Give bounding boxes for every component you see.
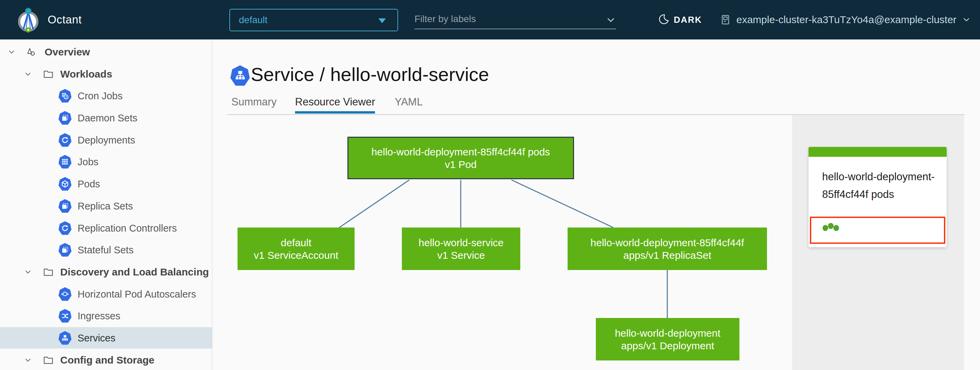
sidebar-item-label: Ingresses (78, 310, 121, 321)
service-resource-icon (231, 65, 250, 86)
cluster-context-menu[interactable]: example-cluster-ka3TuTzYo4a@example-clus… (719, 0, 970, 40)
chevron-down-icon[interactable] (24, 71, 31, 78)
node-name: hello-world-deployment (615, 327, 721, 340)
node-kind: v1 ServiceAccount (254, 249, 338, 262)
pod-status-dot[interactable] (822, 225, 828, 231)
tab-resource-viewer[interactable]: Resource Viewer (295, 96, 375, 114)
sidebar-item-services[interactable]: Services (0, 327, 212, 349)
stateful-sets-icon (59, 243, 72, 257)
sidebar-item-label: Pods (78, 178, 100, 189)
hpa-icon (59, 287, 72, 301)
ingresses-icon (59, 309, 72, 323)
node-name: hello-world-service (418, 237, 504, 249)
card-status-bar (808, 147, 947, 157)
node-name: hello-world-deployment-85ff4cf44f pods (372, 146, 550, 158)
tab-summary[interactable]: Summary (231, 96, 277, 111)
node-kind: v1 Service (437, 249, 485, 262)
tab-yaml[interactable]: YAML (395, 96, 423, 111)
replication-controllers-icon (59, 221, 72, 235)
octant-logo-icon (16, 7, 41, 33)
pod-status-dot[interactable] (828, 223, 834, 229)
sidebar-item-label: Discovery and Load Balancing (60, 266, 209, 278)
pods-icon (59, 177, 72, 191)
graph-node-serviceaccount[interactable]: default v1 ServiceAccount (237, 227, 355, 270)
pod-status-highlight-box (810, 217, 945, 244)
daemon-sets-icon (59, 111, 72, 125)
context-chevron-down-icon (963, 16, 970, 24)
folder-icon (43, 267, 53, 277)
sidebar-item-horizontal-pod-autoscalers[interactable]: Horizontal Pod Autoscalers (0, 283, 212, 305)
pod-status-dot[interactable] (833, 225, 839, 231)
sidebar-item-replica-sets[interactable]: Replica Sets (0, 195, 212, 217)
graph-node-service[interactable]: hello-world-service v1 Service (402, 227, 520, 270)
graph-node-deployment[interactable]: hello-world-deployment apps/v1 Deploymen… (596, 318, 740, 360)
folder-icon (43, 69, 53, 79)
graph-node-replicaset[interactable]: hello-world-deployment-85ff4cf44f apps/v… (568, 227, 767, 270)
sidebar-item-label: Horizontal Pod Autoscalers (78, 288, 196, 300)
cluster-icon (719, 14, 732, 26)
chevron-down-icon[interactable] (8, 49, 15, 56)
sidebar-item-deployments[interactable]: Deployments (0, 129, 212, 151)
page-title: Service / hello-world-service (251, 63, 489, 85)
sidebar-item-label: Replica Sets (78, 200, 133, 211)
node-kind: apps/v1 ReplicaSet (624, 249, 711, 262)
sidebar-item-label: Cron Jobs (78, 90, 123, 102)
sidebar-item-stateful-sets[interactable]: Stateful Sets (0, 239, 212, 260)
sidebar-item-workloads[interactable]: Workloads (0, 63, 212, 85)
node-kind: apps/v1 Deployment (621, 340, 714, 352)
replica-sets-icon (59, 199, 72, 213)
dark-theme-toggle[interactable]: DARK (657, 0, 702, 40)
moon-icon (657, 14, 670, 26)
chevron-down-icon[interactable] (24, 268, 31, 275)
detail-panel: hello-world-deployment-85ff4cf44f pods (792, 115, 964, 370)
sidebar-item-label: Deployments (78, 134, 135, 146)
app-header: Octant default DARK example-cluster-ka3T… (0, 0, 980, 40)
sidebar-item-pods[interactable]: Pods (0, 173, 212, 195)
sidebar-nav: Overview Workloads Cron Jobs Daemon Sets… (0, 40, 212, 370)
deployments-icon (59, 133, 72, 147)
sidebar-item-label: Workloads (60, 68, 112, 80)
applications-icon (26, 47, 36, 57)
sidebar-item-overview[interactable]: Overview (0, 41, 212, 63)
namespace-select-value: default (239, 14, 267, 25)
sidebar-item-replication-controllers[interactable]: Replication Controllers (0, 217, 212, 239)
sidebar-item-label: Stateful Sets (78, 244, 134, 256)
sidebar-item-jobs[interactable]: Jobs (0, 151, 212, 172)
cron-jobs-icon (59, 89, 72, 103)
label-filter-input[interactable] (414, 10, 595, 28)
namespace-select[interactable]: default (229, 9, 398, 31)
jobs-icon (59, 155, 72, 169)
folder-icon (43, 355, 53, 365)
label-filter (414, 10, 616, 29)
node-kind: v1 Pod (445, 158, 476, 171)
graph-node-pod[interactable]: hello-world-deployment-85ff4cf44f pods v… (347, 137, 574, 179)
app-title: Octant (48, 0, 82, 40)
card-title: hello-world-deployment-85ff4cf44f pods (822, 168, 935, 203)
cluster-context-label: example-cluster-ka3TuTzYo4a@example-clus… (737, 14, 956, 25)
dark-theme-label: DARK (674, 14, 702, 25)
namespace-caret-icon (379, 18, 386, 23)
sidebar-item-config-and-storage[interactable]: Config and Storage (0, 349, 212, 370)
pod-status-dots (822, 225, 839, 231)
sidebar-item-label: Services (78, 332, 115, 343)
sidebar-item-label: Jobs (78, 156, 98, 167)
chevron-down-icon[interactable] (24, 357, 31, 364)
sidebar-item-label: Config and Storage (60, 354, 154, 366)
sidebar-item-label: Replication Controllers (78, 222, 177, 233)
sidebar-item-cron-jobs[interactable]: Cron Jobs (0, 85, 212, 106)
pod-summary-card[interactable]: hello-world-deployment-85ff4cf44f pods (808, 147, 947, 247)
node-name: default (281, 237, 311, 249)
node-name: hello-world-deployment-85ff4cf44f (590, 237, 744, 249)
sidebar-item-label: Overview (45, 46, 90, 58)
sidebar-item-discovery-and-load-balancing[interactable]: Discovery and Load Balancing (0, 261, 212, 283)
sidebar-item-daemon-sets[interactable]: Daemon Sets (0, 107, 212, 129)
services-icon (59, 331, 72, 345)
sidebar-item-label: Daemon Sets (78, 112, 137, 124)
tabs-divider (227, 114, 965, 115)
filter-chevron-down-icon[interactable] (606, 16, 615, 24)
octant-app: Octant default DARK example-cluster-ka3T… (0, 0, 980, 370)
sidebar-item-ingresses[interactable]: Ingresses (0, 305, 212, 327)
